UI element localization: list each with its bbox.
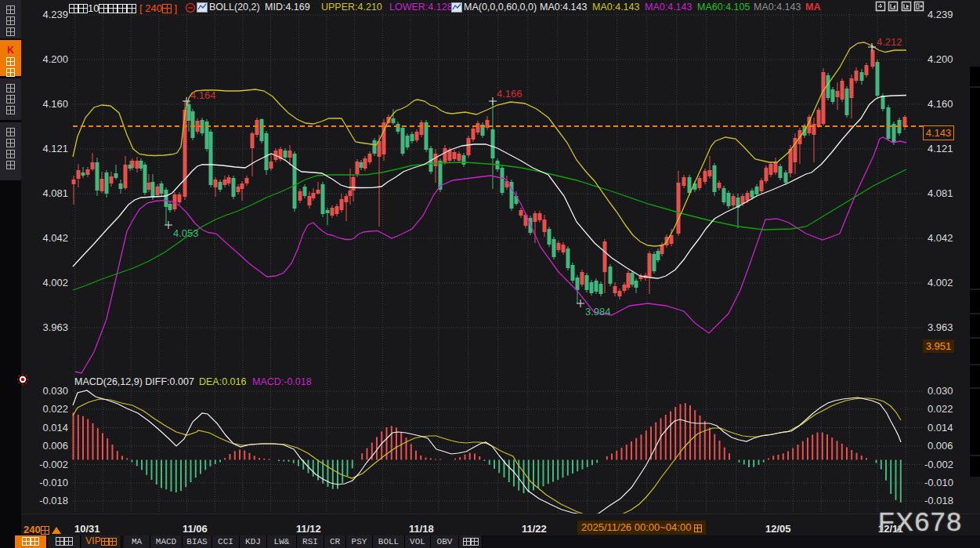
svg-text:LOWER:4.128: LOWER:4.128	[389, 2, 453, 13]
svg-text:4.212: 4.212	[877, 36, 902, 48]
svg-text:4.002: 4.002	[928, 277, 953, 289]
svg-text:UPPER:4.210: UPPER:4.210	[321, 2, 382, 13]
svg-text:4.081: 4.081	[42, 187, 68, 199]
svg-text:MA0:4.143: MA0:4.143	[540, 2, 588, 13]
svg-text:MA(0,0,0,60,0,0): MA(0,0,0,60,0,0)	[464, 2, 537, 13]
svg-text:4.002: 4.002	[42, 277, 68, 289]
svg-text:MACD:-0.018: MACD:-0.018	[252, 376, 312, 387]
svg-text:0.022: 0.022	[42, 403, 68, 415]
svg-text:MA: MA	[805, 2, 820, 13]
svg-text:DEA:0.016: DEA:0.016	[199, 376, 247, 387]
svg-text:0.022: 0.022	[928, 403, 953, 415]
svg-text:-0.010: -0.010	[924, 477, 953, 488]
svg-text:MA60:4.105: MA60:4.105	[697, 2, 750, 13]
svg-text:0.006: 0.006	[928, 440, 953, 452]
svg-text:4.160: 4.160	[928, 98, 953, 110]
svg-text:4.121: 4.121	[42, 143, 68, 154]
svg-text:-0.018: -0.018	[924, 495, 953, 506]
svg-text:0.030: 0.030	[928, 385, 953, 397]
svg-text:4.239: 4.239	[928, 9, 953, 20]
svg-text:4.081: 4.081	[928, 187, 953, 199]
svg-text:4.160: 4.160	[42, 98, 68, 110]
svg-text:-0.018: -0.018	[39, 495, 68, 506]
svg-text:4.121: 4.121	[928, 143, 953, 154]
svg-text:-0.002: -0.002	[924, 459, 953, 470]
svg-text:MACD(26,12,9) DIFF:0.007: MACD(26,12,9) DIFF:0.007	[74, 376, 194, 387]
svg-text:MA0:4.143: MA0:4.143	[592, 2, 640, 13]
svg-text:4.053: 4.053	[173, 227, 199, 239]
svg-text:4.042: 4.042	[928, 232, 953, 244]
svg-text:MA0:4.143: MA0:4.143	[754, 2, 801, 13]
svg-text:BOLL(20,2): BOLL(20,2)	[209, 2, 260, 13]
svg-text:MA0:4.143: MA0:4.143	[645, 2, 693, 13]
svg-text:0.014: 0.014	[928, 422, 953, 434]
svg-text:-0.010: -0.010	[39, 477, 68, 488]
svg-text:3.984: 3.984	[585, 306, 611, 318]
svg-text:0.006: 0.006	[42, 440, 68, 452]
svg-text:0.014: 0.014	[42, 422, 68, 434]
svg-text:4.164: 4.164	[190, 89, 216, 101]
svg-text:4.166: 4.166	[497, 88, 523, 100]
svg-text:3.963: 3.963	[928, 321, 953, 333]
svg-text:4.200: 4.200	[928, 53, 953, 65]
svg-text:4.042: 4.042	[42, 232, 68, 244]
svg-text:3.963: 3.963	[42, 321, 68, 333]
svg-text:0.030: 0.030	[42, 385, 68, 397]
svg-text:4.239: 4.239	[42, 9, 68, 20]
svg-text:-0.002: -0.002	[39, 459, 68, 470]
svg-text:MID:4.169: MID:4.169	[265, 2, 310, 13]
svg-text:4.200: 4.200	[42, 53, 68, 65]
